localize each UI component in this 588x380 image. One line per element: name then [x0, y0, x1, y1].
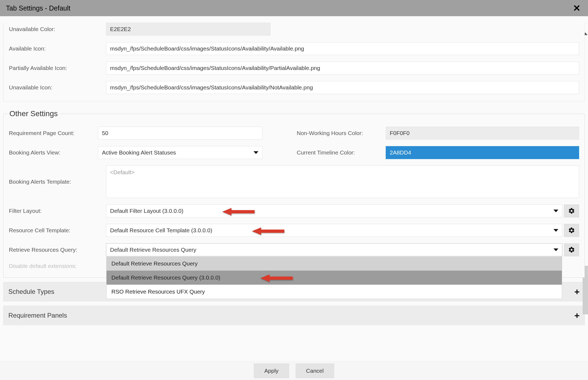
- svg-marker-2: [260, 274, 293, 282]
- booking-alerts-view-label: Booking Alerts View:: [9, 149, 98, 156]
- partially-available-icon-label: Partially Available Icon:: [9, 65, 101, 71]
- filter-layout-label: Filter Layout:: [9, 208, 101, 214]
- other-settings-legend: Other Settings: [9, 109, 60, 118]
- svg-marker-0: [222, 208, 255, 216]
- non-working-hours-color-field[interactable]: F0F0F0: [386, 127, 579, 140]
- icon-settings-panel: Unavailable Color: E2E2E2 Available Icon…: [3, 23, 585, 102]
- apply-button[interactable]: Apply: [254, 364, 289, 378]
- gear-icon: [568, 246, 575, 253]
- gear-icon: [568, 227, 575, 234]
- dropdown-option[interactable]: RSO Retrieve Resources UFX Query: [107, 285, 562, 299]
- dialog-content: Unavailable Color: E2E2E2 Available Icon…: [0, 16, 588, 363]
- filter-layout-select[interactable]: Default Filter Layout (3.0.0.0): [106, 204, 562, 217]
- gear-icon: [568, 207, 575, 214]
- retrieve-resources-query-select[interactable]: Default Retrieve Resources Query Default…: [106, 243, 562, 256]
- non-working-hours-color-label: Non-Working Hours Color:: [297, 130, 386, 136]
- current-timeline-color-field[interactable]: 2A8DD4: [386, 146, 579, 159]
- chevron-down-icon: [553, 210, 558, 212]
- annotation-arrow: [252, 226, 284, 238]
- booking-alerts-view-select[interactable]: Active Booking Alert Statuses: [98, 146, 262, 159]
- plus-icon[interactable]: +: [574, 287, 580, 296]
- requirement-page-count-label: Requirement Page Count:: [9, 130, 98, 136]
- dropdown-option[interactable]: Default Retrieve Resources Query: [107, 257, 562, 271]
- window-title: Tab Settings - Default: [6, 4, 70, 12]
- dialog-footer: Apply Cancel: [0, 361, 588, 380]
- resource-cell-template-label: Resource Cell Template:: [9, 227, 101, 234]
- other-settings-group: Other Settings Requirement Page Count: 5…: [3, 109, 585, 278]
- retrieve-resources-query-dropdown: Default Retrieve Resources Query Default…: [106, 257, 562, 299]
- unavailable-icon-label: Unavailable Icon:: [9, 84, 101, 91]
- disable-default-extensions-label: Disable default extensions:: [9, 263, 101, 269]
- retrieve-resources-query-gear-button[interactable]: [564, 243, 579, 256]
- chevron-down-icon: [254, 151, 258, 154]
- unavailable-icon-field[interactable]: msdyn_/fps/ScheduleBoard/css/images/Stat…: [106, 81, 579, 94]
- chevron-down-icon: [553, 229, 558, 232]
- unavailable-color-field[interactable]: E2E2E2: [106, 23, 271, 36]
- cancel-button[interactable]: Cancel: [296, 364, 334, 378]
- requirement-page-count-field[interactable]: 50: [98, 127, 262, 140]
- window-titlebar: Tab Settings - Default ✕: [0, 0, 588, 16]
- retrieve-resources-query-label: Retrieve Resources Query:: [9, 247, 101, 253]
- section-title: Schedule Types: [8, 288, 54, 295]
- filter-layout-gear-button[interactable]: [564, 204, 579, 217]
- available-icon-field[interactable]: msdyn_/fps/ScheduleBoard/css/images/Stat…: [106, 42, 579, 55]
- annotation-arrow: [222, 206, 255, 218]
- resource-cell-template-gear-button[interactable]: [564, 224, 579, 237]
- partially-available-icon-field[interactable]: msdyn_/fps/ScheduleBoard/css/images/Stat…: [106, 62, 579, 75]
- dropdown-option[interactable]: Default Retrieve Resources Query (3.0.0.…: [107, 271, 562, 285]
- plus-icon[interactable]: +: [574, 311, 580, 320]
- unavailable-color-label: Unavailable Color:: [9, 26, 101, 32]
- annotation-arrow: [260, 273, 293, 285]
- available-icon-label: Available Icon:: [9, 45, 101, 52]
- booking-alerts-template-label: Booking Alerts Template:: [9, 179, 101, 185]
- close-icon[interactable]: ✕: [571, 3, 582, 14]
- booking-alerts-template-field[interactable]: <Default>: [106, 166, 579, 198]
- requirement-panels-section[interactable]: Requirement Panels +: [3, 306, 585, 325]
- current-timeline-color-label: Current Timeline Color:: [297, 149, 386, 156]
- section-title: Requirement Panels: [8, 312, 67, 319]
- resource-cell-template-select[interactable]: Default Resource Cell Template (3.0.0.0): [106, 224, 562, 237]
- svg-marker-1: [252, 227, 284, 235]
- chevron-down-icon: [553, 248, 558, 251]
